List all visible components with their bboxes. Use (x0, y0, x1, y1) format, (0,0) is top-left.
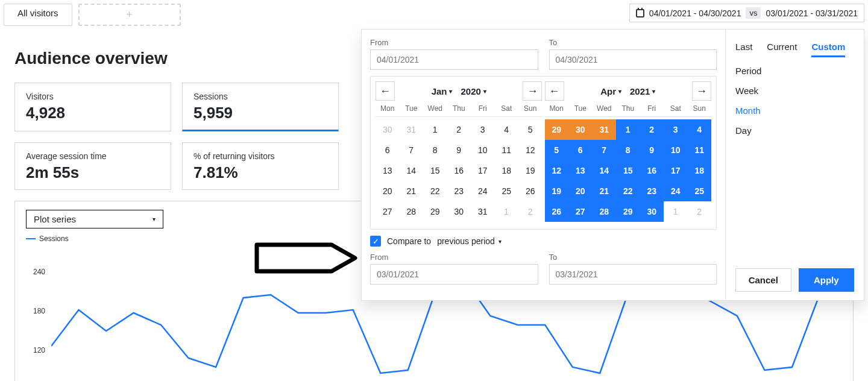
day-cell[interactable]: 19 (545, 181, 569, 201)
day-cell[interactable]: 15 (423, 160, 447, 181)
range-mode-tab[interactable]: Current (767, 42, 797, 57)
apply-button[interactable]: Apply (799, 268, 855, 292)
day-cell[interactable]: 2 (688, 201, 712, 222)
day-cell[interactable]: 29 (616, 201, 640, 222)
day-cell[interactable]: 8 (423, 140, 447, 160)
plot-series-dropdown[interactable]: Plot series ▾ (26, 210, 163, 228)
day-cell[interactable]: 1 (495, 201, 519, 222)
day-cell[interactable]: 31 (471, 201, 495, 222)
range-mode-tab[interactable]: Custom (811, 42, 845, 57)
range-unit-option[interactable]: Week (735, 86, 854, 96)
day-cell[interactable]: 4 (495, 119, 519, 140)
day-cell[interactable]: 23 (447, 181, 471, 201)
day-cell[interactable]: 22 (423, 181, 447, 201)
day-cell[interactable]: 5 (518, 119, 542, 140)
day-cell[interactable]: 1 (423, 119, 447, 140)
day-cell[interactable]: 20 (568, 181, 593, 201)
day-cell[interactable]: 3 (664, 119, 688, 140)
prev-month-button[interactable]: ← (376, 81, 395, 101)
to-input[interactable] (549, 49, 717, 70)
compare-to-input[interactable] (549, 264, 717, 285)
day-cell[interactable]: 24 (471, 181, 495, 201)
day-cell[interactable]: 2 (518, 201, 542, 222)
day-cell[interactable]: 27 (376, 201, 400, 222)
day-cell[interactable]: 24 (664, 181, 688, 201)
day-cell[interactable]: 6 (568, 140, 593, 160)
day-cell[interactable]: 6 (376, 140, 400, 160)
day-cell[interactable]: 29 (423, 201, 447, 222)
day-cell[interactable]: 25 (495, 181, 519, 201)
compare-from-input[interactable] (370, 264, 538, 285)
day-cell[interactable]: 7 (400, 140, 424, 160)
day-cell[interactable]: 15 (616, 160, 640, 181)
stat-sessions[interactable]: Sessions 5,959 (182, 83, 339, 131)
day-cell[interactable]: 3 (471, 119, 495, 140)
day-cell[interactable]: 30 (640, 201, 664, 222)
date-range-selector[interactable]: 04/01/2021 - 04/30/2021 vs 03/01/2021 - … (629, 4, 864, 22)
day-cell[interactable]: 14 (400, 160, 424, 181)
day-cell[interactable]: 30 (447, 201, 471, 222)
range-mode-tab[interactable]: Last (735, 42, 752, 57)
day-cell[interactable]: 9 (447, 140, 471, 160)
day-cell[interactable]: 27 (568, 201, 593, 222)
day-cell[interactable]: 31 (400, 119, 424, 140)
add-filter-button[interactable]: + (78, 4, 181, 26)
compare-period-dropdown[interactable]: previous period ▾ (437, 236, 502, 246)
next-month-button[interactable]: → (523, 81, 542, 101)
day-cell[interactable]: 1 (616, 119, 640, 140)
day-cell[interactable]: 5 (545, 140, 569, 160)
day-cell[interactable]: 11 (688, 140, 712, 160)
day-cell[interactable]: 2 (640, 119, 664, 140)
day-cell[interactable]: 19 (518, 160, 542, 181)
month-dropdown[interactable]: Apr▾ (600, 86, 621, 96)
stat-visitors[interactable]: Visitors 4,928 (14, 83, 171, 131)
day-cell[interactable]: 10 (664, 140, 688, 160)
day-cell[interactable]: 28 (593, 201, 617, 222)
day-cell[interactable]: 18 (688, 160, 712, 181)
day-cell[interactable]: 20 (376, 181, 400, 201)
from-input[interactable] (370, 49, 538, 70)
day-cell[interactable]: 11 (495, 140, 519, 160)
day-cell[interactable]: 21 (593, 181, 617, 201)
day-cell[interactable]: 29 (545, 119, 569, 140)
day-cell[interactable]: 16 (447, 160, 471, 181)
day-cell[interactable]: 12 (518, 140, 542, 160)
day-cell[interactable]: 10 (471, 140, 495, 160)
day-cell[interactable]: 26 (518, 181, 542, 201)
day-cell[interactable]: 9 (640, 140, 664, 160)
day-cell[interactable]: 31 (593, 119, 617, 140)
range-unit-option[interactable]: Day (735, 125, 854, 136)
day-cell[interactable]: 2 (447, 119, 471, 140)
next-month-button[interactable]: → (692, 81, 711, 101)
day-cell[interactable]: 16 (640, 160, 664, 181)
prev-month-button[interactable]: ← (545, 81, 564, 101)
day-cell[interactable]: 7 (593, 140, 617, 160)
day-cell[interactable]: 12 (545, 160, 569, 181)
day-cell[interactable]: 18 (495, 160, 519, 181)
day-cell[interactable]: 17 (664, 160, 688, 181)
day-cell[interactable]: 22 (616, 181, 640, 201)
day-cell[interactable]: 25 (688, 181, 712, 201)
day-cell[interactable]: 21 (400, 181, 424, 201)
stat-returning[interactable]: % of returning visitors 7.81% (182, 142, 339, 190)
month-dropdown[interactable]: Jan▾ (432, 86, 453, 96)
year-dropdown[interactable]: 2020▾ (461, 86, 486, 96)
day-cell[interactable]: 17 (471, 160, 495, 181)
year-dropdown[interactable]: 2021▾ (630, 86, 655, 96)
day-cell[interactable]: 13 (568, 160, 593, 181)
compare-checkbox[interactable]: ✓ (370, 236, 381, 247)
day-cell[interactable]: 8 (616, 140, 640, 160)
day-cell[interactable]: 30 (376, 119, 400, 140)
day-cell[interactable]: 13 (376, 160, 400, 181)
range-unit-option[interactable]: Month (735, 105, 854, 116)
day-cell[interactable]: 23 (640, 181, 664, 201)
all-visitors-filter[interactable]: All visitors (4, 4, 72, 26)
day-cell[interactable]: 30 (568, 119, 593, 140)
cancel-button[interactable]: Cancel (735, 268, 791, 292)
day-cell[interactable]: 14 (593, 160, 617, 181)
day-cell[interactable]: 4 (688, 119, 712, 140)
day-cell[interactable]: 28 (400, 201, 424, 222)
day-cell[interactable]: 26 (545, 201, 569, 222)
stat-avg-session[interactable]: Average session time 2m 55s (14, 142, 171, 190)
day-cell[interactable]: 1 (664, 201, 688, 222)
